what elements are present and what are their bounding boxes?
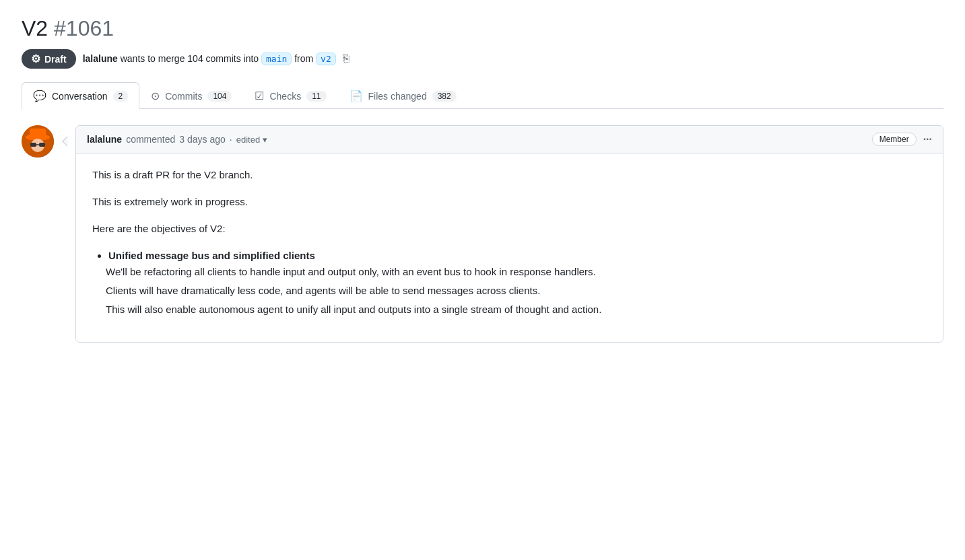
list-item-detail-3: This will also enable autonomous agent t… [106, 302, 927, 318]
svg-rect-2 [30, 129, 46, 138]
tab-commits-label: Commits [165, 91, 202, 102]
tab-commits[interactable]: ⊙ Commits 104 [139, 82, 243, 109]
pr-description: lalalune wants to merge 104 commits into… [83, 53, 350, 65]
tab-checks[interactable]: ☑ Checks 11 [243, 82, 337, 109]
svg-rect-4 [30, 143, 36, 147]
comment-arrow [62, 136, 67, 147]
tabs: 💬 Conversation 2 ⊙ Commits 104 ☑ Checks … [22, 82, 943, 109]
tab-conversation-count: 2 [113, 91, 129, 102]
draft-badge: ⚙ Draft [22, 49, 76, 69]
tab-conversation-label: Conversation [52, 91, 108, 102]
comment-time: 3 days ago [179, 134, 226, 145]
tab-checks-label: Checks [269, 91, 301, 102]
list-item: Unified message bus and simplified clien… [108, 248, 927, 318]
chevron-down-icon: ▾ [263, 135, 267, 145]
comment-header-left: lalalune commented 3 days ago · edited ▾ [87, 134, 267, 145]
pr-title: V2 #1061 [22, 16, 943, 41]
comment-header: lalalune commented 3 days ago · edited ▾… [76, 126, 943, 153]
member-badge: Member [872, 133, 917, 146]
tab-conversation[interactable]: 💬 Conversation 2 [22, 82, 139, 109]
svg-rect-5 [39, 143, 45, 147]
list-item-detail-1: We'll be refactoring all clients to hand… [106, 264, 927, 280]
pr-title-text: V2 [22, 16, 48, 40]
pr-number: #1061 [54, 16, 114, 40]
comment-para-3: Here are the objectives of V2: [92, 221, 927, 237]
edited-label: edited [236, 135, 260, 145]
files-changed-icon: 📄 [350, 90, 363, 102]
comment-box: lalalune commented 3 days ago · edited ▾… [75, 125, 943, 343]
source-branch[interactable]: v2 [316, 53, 336, 65]
edited-dropdown[interactable]: edited ▾ [236, 135, 267, 145]
checks-icon: ☑ [255, 90, 264, 102]
avatar [22, 125, 54, 158]
pr-author: lalalune [83, 53, 118, 64]
copy-branch-icon[interactable]: ⎘ [343, 53, 350, 64]
comment-separator: · [230, 134, 232, 145]
list-item-detail-2: Clients will have dramatically less code… [106, 283, 927, 299]
tab-commits-count: 104 [207, 91, 232, 102]
tab-files-changed[interactable]: 📄 Files changed 382 [338, 82, 468, 109]
tab-files-changed-label: Files changed [368, 91, 427, 102]
list-item-title: Unified message bus and simplified clien… [108, 250, 315, 261]
target-branch[interactable]: main [261, 53, 292, 65]
draft-label: Draft [44, 54, 67, 65]
comment-list: Unified message bus and simplified clien… [92, 248, 927, 318]
draft-icon: ⚙ [31, 53, 40, 65]
conversation-icon: 💬 [33, 90, 46, 102]
comment-action: commented [126, 134, 175, 145]
commits-icon: ⊙ [151, 90, 160, 102]
commenter-name[interactable]: lalalune [87, 134, 122, 145]
comment-para-1: This is a draft PR for the V2 branch. [92, 167, 927, 183]
comment-header-right: Member ··· [872, 133, 932, 146]
tab-files-changed-count: 382 [432, 91, 457, 102]
comment-thread: lalalune commented 3 days ago · edited ▾… [22, 125, 943, 343]
pr-meta: ⚙ Draft lalalune wants to merge 104 comm… [22, 49, 943, 69]
tab-checks-count: 11 [306, 91, 326, 102]
avatar-image [22, 125, 54, 158]
more-options-icon[interactable]: ··· [923, 133, 932, 145]
comment-para-2: This is extremely work in progress. [92, 194, 927, 210]
comment-body: This is a draft PR for the V2 branch. Th… [76, 153, 943, 342]
